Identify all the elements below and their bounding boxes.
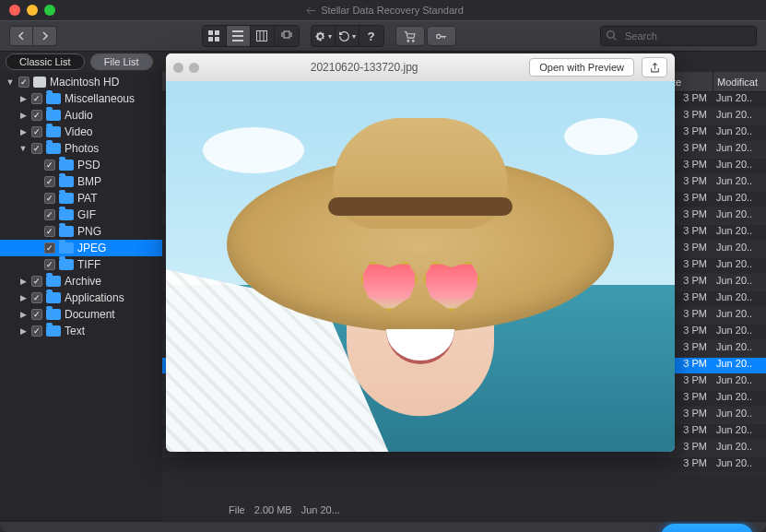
tree-label: Photos <box>65 142 99 155</box>
tree-item-miscellaneous[interactable]: ▶✓Miscellaneous <box>0 90 162 107</box>
nav-forward-button[interactable] <box>33 26 57 46</box>
checkbox[interactable]: ✓ <box>31 309 42 320</box>
cart-button[interactable] <box>395 26 425 46</box>
disclosure-icon[interactable]: ▶ <box>18 293 28 302</box>
folder-icon <box>59 176 74 187</box>
nav-arrows <box>9 26 57 46</box>
grid-icon <box>208 30 219 41</box>
tree-item-video[interactable]: ▶✓Video <box>0 124 162 140</box>
search-icon <box>606 30 618 41</box>
refresh-button[interactable]: ▾ <box>336 26 359 46</box>
open-with-preview-button[interactable]: Open with Preview <box>529 58 634 77</box>
checkbox[interactable]: ✓ <box>31 276 42 287</box>
svg-rect-6 <box>232 40 243 41</box>
tree-label: Miscellaneous <box>65 92 135 105</box>
checkbox[interactable]: ✓ <box>31 325 42 337</box>
tab-file-list[interactable]: File List <box>90 53 153 70</box>
checkbox[interactable]: ✓ <box>44 242 55 254</box>
checkbox[interactable]: ✓ <box>31 143 42 154</box>
window-controls <box>9 5 55 16</box>
status-bar: Marked 54.46 GB in 143738 files in 652 f… <box>0 521 766 532</box>
disclosure-icon[interactable]: ▶ <box>18 277 28 286</box>
window-title: Stellar Data Recovery Standard <box>55 5 714 16</box>
disclosure-icon[interactable]: ▶ <box>18 94 28 103</box>
chevron-down-icon[interactable]: ▼ <box>6 77 15 87</box>
checkbox[interactable]: ✓ <box>44 209 55 220</box>
view-list-button[interactable] <box>227 26 251 46</box>
tree-label: PAT <box>77 192 98 205</box>
checkbox[interactable]: ✓ <box>18 77 29 88</box>
svg-point-12 <box>607 31 615 39</box>
search-input[interactable] <box>600 26 757 46</box>
nav-back-button[interactable] <box>9 26 33 46</box>
view-coverflow-button[interactable] <box>275 26 299 46</box>
svg-rect-8 <box>284 31 289 38</box>
disclosure-icon[interactable]: ▶ <box>18 111 28 120</box>
tree-label: PSD <box>77 159 100 171</box>
tree-root[interactable]: ▼ ✓ Macintosh HD <box>0 74 162 90</box>
view-grid-button[interactable] <box>203 26 227 46</box>
settings-button[interactable]: ▾ <box>312 26 336 46</box>
minimize-window-button[interactable] <box>27 5 38 16</box>
tree-item-gif[interactable]: ✓GIF <box>0 207 162 223</box>
disclosure-icon[interactable]: ▼ <box>18 144 28 153</box>
refresh-icon <box>338 30 350 42</box>
tree-item-pat[interactable]: ✓PAT <box>0 190 162 207</box>
tree-item-bmp[interactable]: ✓BMP <box>0 173 162 190</box>
folder-icon <box>59 209 74 220</box>
tree-item-jpeg[interactable]: ✓JPEG <box>0 240 162 256</box>
tree-label: PNG <box>77 225 101 238</box>
recover-button[interactable]: Recover <box>661 524 753 532</box>
tree-item-png[interactable]: ✓PNG <box>0 223 162 240</box>
column-header-modification[interactable]: Modificat <box>713 72 766 91</box>
gear-icon <box>314 30 326 42</box>
svg-rect-3 <box>215 37 219 41</box>
checkbox[interactable]: ✓ <box>31 93 42 104</box>
checkbox[interactable]: ✓ <box>31 126 42 137</box>
tree-item-audio[interactable]: ▶✓Audio <box>0 107 162 124</box>
table-row[interactable]: 3 PMJun 20.. <box>162 457 766 474</box>
tree-item-photos[interactable]: ▼✓Photos <box>0 140 162 157</box>
svg-point-9 <box>407 40 409 41</box>
disclosure-icon[interactable]: ▶ <box>18 127 28 136</box>
sidebar-tree[interactable]: ▼ ✓ Macintosh HD ▶✓Miscellaneous▶✓Audio▶… <box>0 72 162 521</box>
tree-label: Archive <box>65 275 101 288</box>
tree-item-psd[interactable]: ✓PSD <box>0 157 162 173</box>
share-icon <box>649 62 661 74</box>
tree-item-document[interactable]: ▶✓Document <box>0 306 162 323</box>
tree-label: Document <box>65 308 115 321</box>
checkbox[interactable]: ✓ <box>44 176 55 187</box>
share-button[interactable] <box>642 57 667 77</box>
preview-close-button[interactable] <box>173 63 183 73</box>
list-icon <box>232 30 243 41</box>
svg-point-11 <box>437 34 441 38</box>
checkbox[interactable]: ✓ <box>44 160 55 171</box>
checkbox[interactable]: ✓ <box>31 292 42 303</box>
selected-row-fragment: File 2.00 MB Jun 20... <box>229 504 340 515</box>
close-window-button[interactable] <box>9 5 20 16</box>
folder-icon <box>59 193 74 204</box>
checkbox[interactable]: ✓ <box>44 193 55 204</box>
preview-window[interactable]: 20210620-133720.jpg Open with Preview <box>166 53 675 452</box>
checkbox[interactable]: ✓ <box>44 226 55 237</box>
folder-icon <box>59 160 74 171</box>
tree-item-archive[interactable]: ▶✓Archive <box>0 273 162 290</box>
disclosure-icon[interactable]: ▶ <box>18 310 28 319</box>
tab-classic-list[interactable]: Classic List <box>6 53 85 70</box>
coverflow-icon <box>280 30 293 41</box>
preview-minimize-button[interactable] <box>189 63 199 73</box>
back-arrow-icon <box>306 6 316 16</box>
view-columns-button[interactable] <box>251 26 275 46</box>
key-button[interactable] <box>427 26 456 46</box>
tree-item-text[interactable]: ▶✓Text <box>0 323 162 339</box>
tree-item-applications[interactable]: ▶✓Applications <box>0 290 162 306</box>
checkbox[interactable]: ✓ <box>31 110 42 121</box>
disclosure-icon[interactable]: ▶ <box>18 326 28 336</box>
tree-item-tiff[interactable]: ✓TIFF <box>0 256 162 273</box>
checkbox[interactable]: ✓ <box>44 259 55 270</box>
column-header-date[interactable]: te <box>668 72 713 91</box>
maximize-window-button[interactable] <box>44 5 55 16</box>
svg-point-10 <box>412 40 414 41</box>
folder-icon <box>46 309 61 320</box>
help-button[interactable]: ? <box>359 26 383 46</box>
